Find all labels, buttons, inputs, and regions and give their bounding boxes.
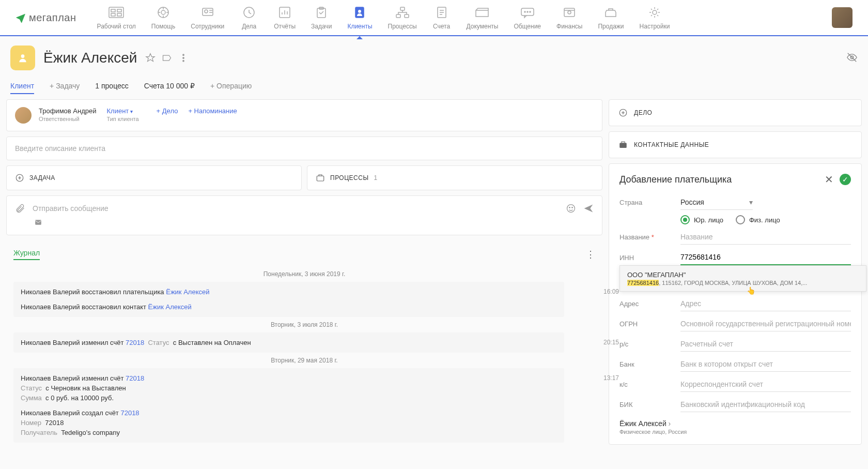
nav-documents[interactable]: Документы: [467, 5, 499, 30]
client-type-dropdown[interactable]: Клиент: [106, 107, 138, 115]
client-name: Ёжик Алексей: [43, 50, 137, 66]
country-select[interactable]: Россия ▾: [680, 195, 753, 210]
nav-desktop[interactable]: Рабочий стол: [97, 5, 136, 30]
payer-footer-sub: Физическое лицо, Россия: [619, 429, 851, 435]
rs-input[interactable]: [680, 337, 851, 352]
logo-icon: [16, 12, 26, 23]
svg-rect-38: [619, 143, 627, 148]
user-avatar[interactable]: [832, 7, 853, 28]
star-icon[interactable]: [145, 53, 156, 63]
nav-invoices[interactable]: Счета: [432, 5, 451, 30]
task-card-button[interactable]: ЗАДАЧА: [6, 165, 302, 190]
send-icon[interactable]: [583, 203, 594, 214]
responsible-card: Трофимов Андрей Ответственный Клиент Тип…: [6, 99, 602, 131]
ks-label: к/с: [619, 381, 676, 388]
nav-finance[interactable]: Финансы: [556, 5, 582, 30]
nav-items: Рабочий стол Помощь Сотрудники Дела Отчё…: [97, 5, 832, 30]
client-avatar: [10, 46, 35, 70]
nav-clients[interactable]: Клиенты: [347, 5, 372, 30]
logo[interactable]: мегаплан: [16, 12, 76, 24]
name-input[interactable]: [680, 230, 851, 245]
bank-input[interactable]: [680, 357, 851, 372]
svg-point-29: [183, 60, 184, 62]
ogrn-label: ОГРН: [619, 320, 676, 328]
add-reminder-link[interactable]: + Напоминание: [188, 107, 237, 115]
tag-icon[interactable]: [162, 53, 172, 63]
tab-processes[interactable]: 1 процесс: [95, 82, 128, 94]
journal-entry: Николаев Валерий восстановил плательщика…: [13, 282, 564, 317]
svg-point-25: [653, 10, 657, 14]
rs-label: р/с: [619, 340, 676, 348]
mail-icon[interactable]: [34, 219, 43, 226]
svg-point-28: [183, 57, 184, 59]
journal-entry: Николаев Валерий изменил счёт 72018 Стат…: [13, 332, 564, 353]
nav-sales[interactable]: Продажи: [598, 5, 624, 30]
svg-point-21: [527, 11, 528, 12]
addr-input[interactable]: [680, 296, 851, 311]
right-column: ДЕЛО КОНТАКТНЫЕ ДАННЫЕ Добавление плател…: [609, 99, 862, 465]
close-icon[interactable]: ✕: [825, 173, 833, 186]
briefcase-icon: [316, 173, 325, 183]
nav-chat[interactable]: Общение: [514, 5, 541, 30]
nav-todos[interactable]: Дела: [240, 5, 258, 30]
autocomplete-title: ООО "МЕГАПЛАН": [627, 271, 859, 279]
inn-input[interactable]: [680, 250, 851, 265]
nav-employees[interactable]: Сотрудники: [191, 5, 224, 30]
bik-label: БИК: [619, 401, 676, 409]
svg-rect-16: [396, 14, 400, 18]
nav-settings[interactable]: Настройки: [640, 5, 670, 30]
responsible-avatar[interactable]: [15, 107, 32, 124]
journal-section: Журнал ⋮ Понедельник, 3 июня 2019 г. Ник…: [6, 240, 602, 465]
panel-deal[interactable]: ДЕЛО: [609, 99, 862, 126]
payer-footer-link[interactable]: Ёжик Алексей: [619, 419, 851, 428]
client-type-sub: Тип клиента: [106, 116, 138, 122]
visibility-off-icon[interactable]: [846, 52, 858, 65]
journal-date: Вторник, 3 июля 2018 г.: [13, 321, 595, 328]
nav-tasks[interactable]: Задачи: [311, 5, 332, 30]
tab-invoices[interactable]: Счета 10 000 ₽: [144, 82, 195, 94]
processes-card-button[interactable]: ПРОЦЕССЫ 1: [307, 165, 602, 190]
description-card[interactable]: Введите описание клиента: [6, 137, 602, 160]
svg-point-27: [183, 54, 184, 56]
radio-legal-entity[interactable]: Юр. лицо: [680, 215, 723, 224]
bik-input[interactable]: [680, 397, 851, 412]
svg-point-22: [530, 11, 531, 12]
tab-client[interactable]: Клиент: [10, 82, 34, 94]
svg-rect-36: [35, 220, 41, 224]
add-deal-link[interactable]: + Дело: [157, 107, 178, 115]
left-column: Трофимов Андрей Ответственный Клиент Тип…: [6, 99, 602, 465]
svg-rect-17: [405, 14, 409, 18]
nav-help[interactable]: Помощь: [151, 5, 175, 30]
tab-add-operation[interactable]: + Операцию: [210, 82, 252, 94]
ogrn-input[interactable]: [680, 316, 851, 331]
autocomplete-dropdown[interactable]: ООО "МЕГАПЛАН" 7725681416, 115162, ГОРОД…: [619, 265, 866, 292]
logo-text: мегаплан: [29, 12, 76, 24]
main-content: Трофимов Андрей Ответственный Клиент Тип…: [0, 99, 868, 465]
tab-add-task[interactable]: + Задачу: [50, 82, 80, 94]
journal-title[interactable]: Журнал: [13, 249, 40, 260]
emoji-icon[interactable]: [566, 203, 576, 214]
confirm-icon[interactable]: ✓: [840, 174, 851, 185]
page-header: Ёжик Алексей: [0, 36, 868, 80]
svg-point-26: [21, 54, 25, 58]
nav-processes[interactable]: Процессы: [388, 5, 417, 30]
svg-rect-32: [317, 176, 324, 181]
radio-individual[interactable]: Физ. лицо: [736, 215, 780, 224]
journal-date: Вторник, 29 мая 2018 г.: [13, 357, 595, 364]
inn-label: ИНН: [619, 254, 676, 262]
panel-contact[interactable]: КОНТАКТНЫЕ ДАННЫЕ: [609, 131, 862, 158]
journal-time: 20:15: [603, 339, 619, 346]
nav-reports[interactable]: Отчёты: [274, 5, 296, 30]
journal-more-icon[interactable]: ⋮: [586, 249, 595, 260]
ks-input[interactable]: [680, 377, 851, 392]
more-vert-icon[interactable]: [178, 53, 189, 63]
message-card: [6, 195, 602, 235]
svg-point-24: [568, 11, 571, 14]
message-input[interactable]: [33, 204, 559, 213]
svg-rect-15: [400, 7, 405, 10]
briefcase-icon: [618, 140, 628, 149]
attachment-icon[interactable]: [15, 203, 25, 214]
name-label: Название *: [619, 233, 676, 241]
svg-rect-3: [111, 13, 115, 16]
svg-rect-4: [117, 13, 121, 16]
